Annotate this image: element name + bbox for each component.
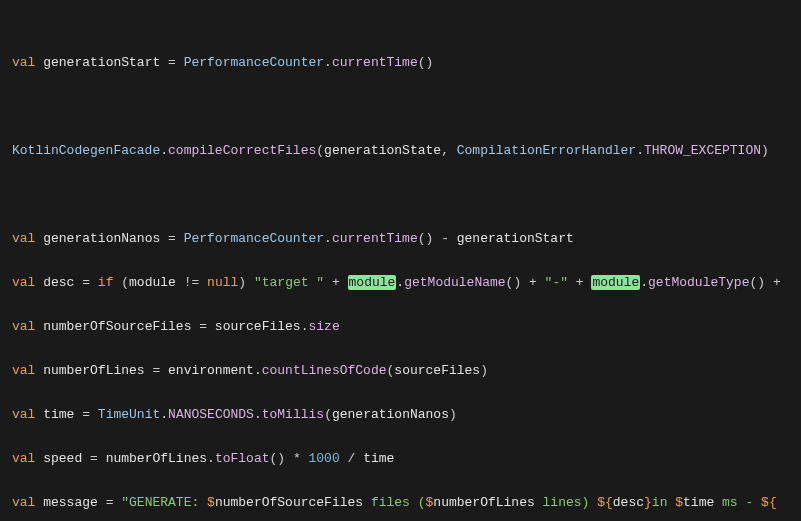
code-line: val generationStart = PerformanceCounter… bbox=[12, 52, 789, 74]
code-line: val numberOfLines = environment.countLin… bbox=[12, 360, 789, 382]
method-call: toMillis bbox=[262, 407, 324, 422]
string-template: $ bbox=[675, 495, 683, 510]
method-call: currentTime bbox=[332, 55, 418, 70]
dot: . bbox=[324, 231, 332, 246]
type-ref: PerformanceCounter bbox=[184, 231, 324, 246]
operator: + bbox=[568, 275, 591, 290]
method-call: countLinesOfCode bbox=[262, 363, 387, 378]
paren-open: ( bbox=[113, 275, 129, 290]
identifier: message bbox=[43, 495, 98, 510]
operator: != bbox=[176, 275, 207, 290]
identifier: numberOfLines bbox=[106, 451, 207, 466]
string-literal: files ( bbox=[363, 495, 425, 510]
dot: . bbox=[640, 275, 648, 290]
keyword-val: val bbox=[12, 275, 35, 290]
paren-close: ) bbox=[761, 143, 769, 158]
blank-line bbox=[12, 184, 789, 206]
dot: . bbox=[396, 275, 404, 290]
type-ref: KotlinCodegenFacade bbox=[12, 143, 160, 158]
operator: / bbox=[340, 451, 363, 466]
parens: () bbox=[269, 451, 285, 466]
argument: sourceFiles bbox=[394, 363, 480, 378]
dot: . bbox=[160, 407, 168, 422]
dot: . bbox=[254, 407, 262, 422]
property: NANOSECONDS bbox=[168, 407, 254, 422]
type-ref: TimeUnit bbox=[98, 407, 160, 422]
type-ref: PerformanceCounter bbox=[184, 55, 324, 70]
identifier: desc bbox=[43, 275, 74, 290]
method-call: getModuleName bbox=[404, 275, 505, 290]
parens: () bbox=[749, 275, 765, 290]
keyword-val: val bbox=[12, 451, 35, 466]
operator: = bbox=[160, 55, 183, 70]
operator: + bbox=[521, 275, 544, 290]
identifier: generationStart bbox=[457, 231, 574, 246]
operator: = bbox=[145, 363, 168, 378]
template-var: desc bbox=[613, 495, 644, 510]
operator: = bbox=[74, 275, 97, 290]
code-line: KotlinCodegenFacade.compileCorrectFiles(… bbox=[12, 140, 789, 162]
operator: = bbox=[191, 319, 214, 334]
code-line: val desc = if (module != null) "target "… bbox=[12, 272, 789, 294]
method-call: compileCorrectFiles bbox=[168, 143, 316, 158]
keyword-val: val bbox=[12, 495, 35, 510]
property: size bbox=[309, 319, 340, 334]
paren-close: ) bbox=[480, 363, 488, 378]
string-template: $ bbox=[207, 495, 215, 510]
keyword-if: if bbox=[98, 275, 114, 290]
operator: = bbox=[160, 231, 183, 246]
highlighted-identifier: module bbox=[348, 275, 397, 290]
string-literal: "-" bbox=[545, 275, 568, 290]
identifier: numberOfSourceFiles bbox=[43, 319, 191, 334]
operator: = bbox=[74, 407, 97, 422]
code-editor[interactable]: val generationStart = PerformanceCounter… bbox=[0, 0, 801, 521]
paren-close: ) bbox=[238, 275, 254, 290]
highlighted-identifier: module bbox=[591, 275, 640, 290]
string-template: ${ bbox=[761, 495, 777, 510]
code-line: val generationNanos = PerformanceCounter… bbox=[12, 228, 789, 250]
operator: - bbox=[433, 231, 456, 246]
method-call: getModuleType bbox=[648, 275, 749, 290]
parens: () bbox=[418, 55, 434, 70]
template-var: time bbox=[683, 495, 714, 510]
identifier: generationStart bbox=[43, 55, 160, 70]
string-literal: ms - bbox=[714, 495, 761, 510]
template-var: numberOfSourceFiles bbox=[215, 495, 363, 510]
string-literal: "target " bbox=[254, 275, 324, 290]
operator: = bbox=[98, 495, 121, 510]
identifier: numberOfLines bbox=[43, 363, 144, 378]
identifier: module bbox=[129, 275, 176, 290]
operator: + bbox=[765, 275, 788, 290]
string-literal: in bbox=[652, 495, 675, 510]
method-call: toFloat bbox=[215, 451, 270, 466]
parens: () bbox=[418, 231, 434, 246]
identifier: sourceFiles bbox=[215, 319, 301, 334]
parens: () bbox=[506, 275, 522, 290]
identifier: speed bbox=[43, 451, 82, 466]
number-literal: 1000 bbox=[309, 451, 340, 466]
dot: . bbox=[207, 451, 215, 466]
dot: . bbox=[301, 319, 309, 334]
paren-open: ( bbox=[316, 143, 324, 158]
dot: . bbox=[160, 143, 168, 158]
property: THROW_EXCEPTION bbox=[644, 143, 761, 158]
comma: , bbox=[441, 143, 457, 158]
paren-open: ( bbox=[324, 407, 332, 422]
dot: . bbox=[254, 363, 262, 378]
argument: generationNanos bbox=[332, 407, 449, 422]
operator: + bbox=[324, 275, 347, 290]
keyword-val: val bbox=[12, 319, 35, 334]
code-line: val speed = numberOfLines.toFloat() * 10… bbox=[12, 448, 789, 470]
string-template: } bbox=[644, 495, 652, 510]
dot: . bbox=[324, 55, 332, 70]
argument: generationState bbox=[324, 143, 441, 158]
string-template: ${ bbox=[597, 495, 613, 510]
keyword-val: val bbox=[12, 55, 35, 70]
method-call: currentTime bbox=[332, 231, 418, 246]
blank-line bbox=[12, 96, 789, 118]
paren-close: ) bbox=[449, 407, 457, 422]
code-line: val numberOfSourceFiles = sourceFiles.si… bbox=[12, 316, 789, 338]
string-literal: lines) bbox=[535, 495, 597, 510]
code-line: val time = TimeUnit.NANOSECONDS.toMillis… bbox=[12, 404, 789, 426]
keyword-val: val bbox=[12, 363, 35, 378]
